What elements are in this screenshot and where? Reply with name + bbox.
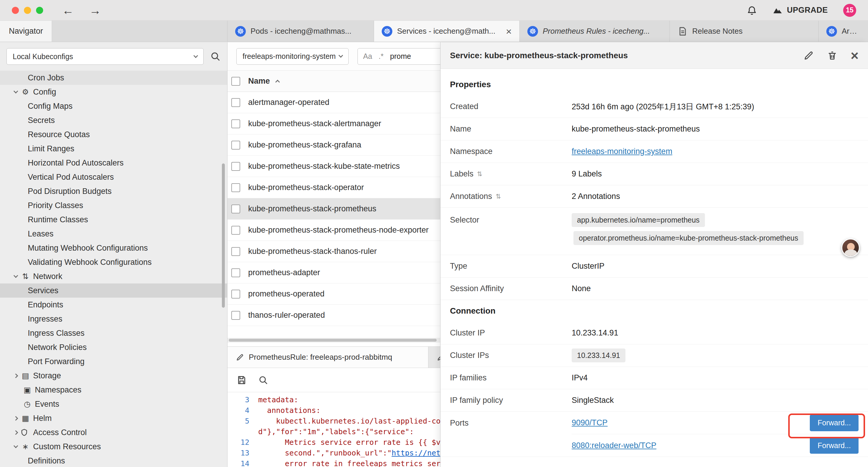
sidebar-item-namespaces[interactable]: ▣Namespaces [0,383,227,397]
selector-row: Selector app.kubernetes.io/name=promethe… [440,208,868,255]
network-icon: ⇅ [20,272,31,280]
row-checkbox[interactable] [231,268,240,277]
forward-button[interactable]: → [89,4,101,16]
sidebar-item-definitions[interactable]: Definitions [0,454,227,467]
tab-argo[interactable]: ☸ Argo Se [819,21,868,42]
labels-value: 9 Labels [572,169,602,178]
tab-pods[interactable]: ☸ Pods - icecheng@mathmas... [227,21,374,42]
tab-prometheus-rules[interactable]: ☸ Prometheus Rules - icecheng... [520,21,670,42]
row-checkbox[interactable] [231,226,240,235]
close-icon[interactable]: × [850,49,859,62]
type-row: Type ClusterIP [440,255,868,278]
port-link[interactable]: 8080:reloader-web/TCP [572,441,656,450]
sidebar-item-endpoints[interactable]: Endpoints [0,298,227,312]
name-row: Name kube-prometheus-stack-prometheus [440,118,868,140]
chevron-down-icon [11,276,20,277]
sidebar-item-port-forwarding[interactable]: Port Forwarding [0,354,227,369]
forward-button[interactable]: Forward... [810,437,859,454]
notification-count-badge[interactable]: 15 [843,4,856,17]
sidebar-item-custom-resources[interactable]: ∗Custom Resources [0,439,227,454]
connection-section-title: Connection [440,300,868,322]
sidebar-item-validating-webhook-configurations[interactable]: Validating Webhook Configurations [0,255,227,269]
namespace-select[interactable]: freeleaps-monitoring-system [236,48,349,65]
sidebar-item-mutating-webhook-configurations[interactable]: Mutating Webhook Configurations [0,241,227,255]
dock-tab-prometheusrule[interactable]: PrometheusRule: freeleaps-prod-rabbitmq [227,347,428,368]
session-affinity-value: None [572,284,591,293]
sidebar-search-button[interactable] [210,51,221,62]
sidebar-item-ingress-classes[interactable]: Ingress Classes [0,326,227,340]
row-checkbox[interactable] [231,183,240,192]
sidebar-item-cron-jobs[interactable]: Cron Jobs [0,71,227,85]
row-checkbox[interactable] [231,162,240,171]
labels-row: Labels⇅ 9 Labels [440,163,868,185]
sidebar-item-runtime-classes[interactable]: Runtime Classes [0,212,227,227]
sidebar-item-leases[interactable]: Leases [0,227,227,241]
row-checkbox[interactable] [231,119,240,128]
tab-services[interactable]: ☸ Services - icecheng@math... × [374,21,520,42]
editor-search-button[interactable] [258,375,268,385]
select-all-checkbox[interactable] [231,77,240,86]
annotations-expand-toggle[interactable]: ⇅ [496,193,501,200]
sidebar-item-horizontal-pod-autoscalers[interactable]: Horizontal Pod Autoscalers [0,156,227,170]
kubeconfig-select[interactable]: Local Kubeconfigs [6,48,204,65]
horizontal-scrollbar[interactable] [227,338,440,343]
sidebar-item-events[interactable]: ◷Events [0,397,227,411]
sidebar-item-resource-quotas[interactable]: Resource Quotas [0,127,227,142]
navigator-panel-title: Navigator [0,21,52,42]
sidebar-item-ingresses[interactable]: Ingresses [0,312,227,326]
sidebar-item-priority-classes[interactable]: Priority Classes [0,198,227,212]
row-checkbox[interactable] [231,247,240,256]
sidebar-item-secrets[interactable]: Secrets [0,113,227,127]
sidebar-item-pod-disruption-budgets[interactable]: Pod Disruption Budgets [0,184,227,198]
selector-chip: app.kubernetes.io/name=prometheus [572,213,705,227]
sidebar-item-vertical-pod-autoscalers[interactable]: Vertical Pod Autoscalers [0,170,227,184]
namespace-link[interactable]: freeleaps-monitoring-system [572,147,673,156]
ip-family-policy-value: SingleStack [572,396,614,405]
annotations-row: Annotations⇅ 2 Annotations [440,185,868,208]
filter-value: prome [390,52,411,61]
edit-pencil-icon[interactable] [803,50,814,61]
save-button[interactable] [236,375,247,385]
notifications-bell-icon[interactable] [747,5,757,16]
port-link[interactable]: 9090/TCP [572,418,608,428]
sidebar-item-network-policies[interactable]: Network Policies [0,340,227,354]
app-window: ← → UPGRADE 15 Navigator ☸ Pods - iceche… [0,0,868,467]
kubernetes-icon: ☸ [527,26,538,37]
sidebar-item-config-maps[interactable]: Config Maps [0,99,227,113]
sidebar-item-config[interactable]: ⚙Config [0,85,227,99]
regex-toggle[interactable]: .* [379,52,384,61]
floating-avatar[interactable] [841,238,860,257]
row-checkbox[interactable] [231,290,240,298]
row-checkbox[interactable] [231,205,240,213]
name-column-header[interactable]: Name [248,77,270,86]
scrollbar-thumb[interactable] [229,339,437,342]
row-checkbox[interactable] [231,311,240,320]
row-checkbox[interactable] [231,98,240,107]
upgrade-button[interactable]: UPGRADE [773,5,828,16]
cluster-ips-row: Cluster IPs 10.233.14.91 [440,344,868,367]
edit-pencil-icon [236,353,244,361]
traffic-lights [12,7,43,14]
sidebar-scrollbar[interactable] [222,164,225,308]
tab-release-notes[interactable]: Release Notes [670,21,819,42]
labels-expand-toggle[interactable]: ⇅ [477,170,483,178]
sidebar-item-network[interactable]: ⇅Network [0,269,227,284]
sidebar-item-services[interactable]: Services [0,284,227,298]
properties-section-title: Properties [440,74,868,95]
zoom-window-button[interactable] [36,7,43,14]
sidebar-item-limit-ranges[interactable]: Limit Ranges [0,142,227,156]
match-case-toggle[interactable]: Aa [363,52,372,61]
ip-families-value: IPv4 [572,373,588,382]
chevron-right-icon [11,374,20,377]
sidebar-item-helm[interactable]: ▦Helm [0,411,227,425]
back-button[interactable]: ← [62,4,74,16]
minimize-window-button[interactable] [24,7,31,14]
close-window-button[interactable] [12,7,19,14]
sidebar-item-access-control[interactable]: Access Control [0,425,227,439]
row-checkbox[interactable] [231,141,240,150]
release-notes-icon [677,26,687,36]
tab-close-icon[interactable]: × [502,26,512,36]
sort-ascending-icon[interactable] [276,79,279,84]
delete-trash-icon[interactable] [827,50,838,61]
sidebar-item-storage[interactable]: ▤Storage [0,369,227,383]
